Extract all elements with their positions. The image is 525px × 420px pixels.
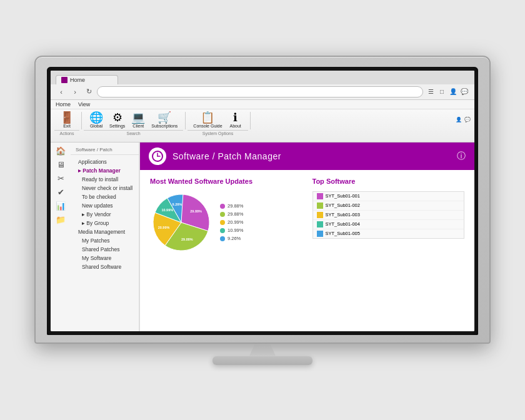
- toolbar-group-system: 📋 Console Guide ℹ About: [188, 111, 248, 136]
- sidebar-icon-tools[interactable]: ✂: [54, 172, 67, 185]
- pie-label-row: 29.88%: [220, 211, 243, 217]
- svg-text:9.26%: 9.26%: [172, 202, 182, 206]
- subscriptions-button[interactable]: 🛒 Subscriptions: [148, 111, 181, 129]
- subscriptions-icon: 🛒: [158, 112, 171, 123]
- pie-container: 29.88%29.88%20.99%10.99%9.26% 29.88%29.8…: [150, 191, 302, 254]
- legend-row: SYT_Sub01-005: [313, 229, 464, 238]
- sidebar-item[interactable]: ▸ By Vendor: [71, 210, 139, 219]
- about-icon: ℹ: [233, 112, 238, 123]
- sidebar-item[interactable]: Ready to install: [71, 175, 139, 184]
- sidebar-item[interactable]: Media Management: [71, 228, 139, 236]
- settings-button[interactable]: ⚙ Settings: [106, 111, 128, 129]
- sidebar-item[interactable]: ▸ By Group: [71, 219, 139, 228]
- menu-bar: Home View: [51, 100, 474, 109]
- sidebar-icon-check[interactable]: ✔: [54, 186, 67, 199]
- svg-text:29.88%: 29.88%: [181, 238, 193, 241]
- subscriptions-label: Subscriptions: [151, 124, 178, 128]
- monitor-stand-base: [212, 356, 312, 365]
- menu-view[interactable]: View: [78, 101, 90, 108]
- legend-row: SYT_Sub01-004: [313, 220, 464, 229]
- menu-button[interactable]: ☰: [426, 87, 436, 97]
- sidebar-item[interactable]: Applications: [71, 158, 139, 166]
- pie-chart: 29.88%29.88%20.99%10.99%9.26%: [150, 191, 212, 254]
- window-button[interactable]: □: [437, 87, 447, 97]
- settings-label: Settings: [109, 124, 125, 128]
- chat-button[interactable]: 💬: [459, 87, 469, 97]
- screen-bezel: Home ‹ › ↻ ☰ □ 👤 💬: [47, 67, 478, 335]
- address-bar[interactable]: [97, 86, 423, 98]
- about-button[interactable]: ℹ About: [226, 111, 246, 129]
- sidebar-nav-icons: 🏠 🖥 ✂ ✔ 📊 📁: [51, 142, 71, 331]
- browser-chrome: Home ‹ › ↻ ☰ □ 👤 💬: [51, 71, 474, 100]
- toolbar-group-actions: 🚪 Exit: [54, 111, 79, 136]
- sidebar-item[interactable]: To be checked: [71, 192, 139, 201]
- screen: Home ‹ › ↻ ☰ □ 👤 💬: [51, 71, 474, 331]
- sidebar-item[interactable]: My Software: [71, 254, 139, 262]
- browser-controls: ‹ › ↻ ☰ □ 👤 💬: [51, 84, 474, 99]
- svg-text:29.88%: 29.88%: [190, 209, 202, 213]
- left-panel: Most Wanted Software Updates 29.88%29.88…: [150, 178, 302, 324]
- clock-icon: [152, 151, 163, 162]
- user-icon: 👤: [456, 117, 462, 122]
- exit-icon: 🚪: [60, 112, 74, 123]
- toolbar-sep-3: [250, 112, 251, 129]
- left-panel-title: Most Wanted Software Updates: [150, 178, 302, 185]
- monitor-stand-neck: [244, 344, 281, 356]
- tab-favicon: [61, 77, 68, 83]
- client-label: Client: [132, 124, 144, 128]
- toolbar-group-search: 🌐 Global ⚙ Settings 💻 Client: [84, 111, 183, 136]
- chat-icon: 💬: [464, 117, 471, 122]
- sidebar-tree: Applications▸ Patch ManagerReady to inst…: [71, 158, 139, 271]
- toolbar-sep-2: [185, 112, 186, 129]
- sidebar-item[interactable]: Shared Patches: [71, 245, 139, 254]
- browser-tab-bar: Home: [51, 71, 474, 84]
- browser-tab[interactable]: Home: [56, 75, 118, 84]
- pie-label-row: 9.26%: [220, 236, 243, 241]
- nav-back-button[interactable]: ‹: [56, 86, 67, 98]
- tab-label: Home: [70, 77, 85, 83]
- pie-chart-svg: 29.88%29.88%20.99%10.99%9.26%: [150, 191, 212, 254]
- sidebar-item[interactable]: Never check or install: [71, 184, 139, 192]
- sidebar-item[interactable]: Shared Software: [71, 262, 139, 271]
- pie-label-row: 29.88%: [220, 203, 243, 209]
- content-header-icon: [149, 148, 166, 165]
- content-header-title: Software / Patch Manager: [172, 151, 281, 161]
- sidebar-icon-monitor[interactable]: 🖥: [54, 159, 67, 171]
- pie-labels: 29.88%29.88%20.99%10.99%9.26%: [220, 203, 243, 241]
- pie-label-row: 20.99%: [220, 219, 243, 225]
- main-area: 🏠 🖥 ✂ ✔ 📊 📁 Software / Patch Applicati: [51, 142, 474, 331]
- about-label: About: [229, 124, 241, 128]
- console-guide-button[interactable]: 📋 Console Guide: [190, 111, 225, 129]
- global-icon: 🌐: [89, 112, 103, 123]
- monitor-wrapper: Home ‹ › ↻ ☰ □ 👤 💬: [25, 56, 500, 365]
- sidebar-breadcrumb: Software / Patch: [71, 145, 139, 155]
- exit-button[interactable]: 🚪 Exit: [57, 111, 77, 129]
- global-label: Global: [90, 124, 102, 128]
- legend-row: SYT_Sub01-002: [313, 201, 464, 211]
- sidebar-icon-home[interactable]: 🏠: [54, 145, 67, 158]
- sidebar-item[interactable]: New updates: [71, 201, 139, 210]
- sidebar-icon-folder[interactable]: 📁: [54, 214, 67, 226]
- nav-refresh-button[interactable]: ↻: [83, 86, 94, 98]
- content-area: Software / Patch Manager ⓘ Most Wanted S…: [140, 142, 474, 331]
- legend-row: SYT_Sub01-001: [313, 192, 464, 201]
- user-area: 👤 💬: [456, 111, 471, 136]
- menu-home[interactable]: Home: [56, 101, 71, 108]
- nav-forward-button[interactable]: ›: [69, 86, 81, 98]
- settings-icon: ⚙: [112, 112, 122, 123]
- client-icon: 💻: [131, 112, 145, 123]
- browser-action-buttons: ☰ □ 👤 💬: [426, 87, 469, 97]
- legend-table: SYT_Sub01-001SYT_Sub01-002SYT_Sub01-003S…: [312, 191, 465, 239]
- user-button[interactable]: 👤: [448, 87, 458, 97]
- exit-label: Exit: [63, 124, 71, 128]
- sidebar-item[interactable]: My Patches: [71, 236, 139, 245]
- console-guide-label: Console Guide: [193, 124, 222, 128]
- global-button[interactable]: 🌐 Global: [86, 111, 106, 129]
- sidebar-item[interactable]: ▸ Patch Manager: [71, 166, 139, 175]
- client-button[interactable]: 💻 Client: [128, 111, 148, 129]
- monitor-frame: Home ‹ › ↻ ☰ □ 👤 💬: [34, 56, 491, 344]
- app-container: Home View 🚪 Exit: [51, 100, 474, 331]
- sidebar-icon-chart[interactable]: 📊: [54, 200, 67, 212]
- info-icon[interactable]: ⓘ: [457, 151, 466, 162]
- toolbar-sep-1: [81, 112, 82, 129]
